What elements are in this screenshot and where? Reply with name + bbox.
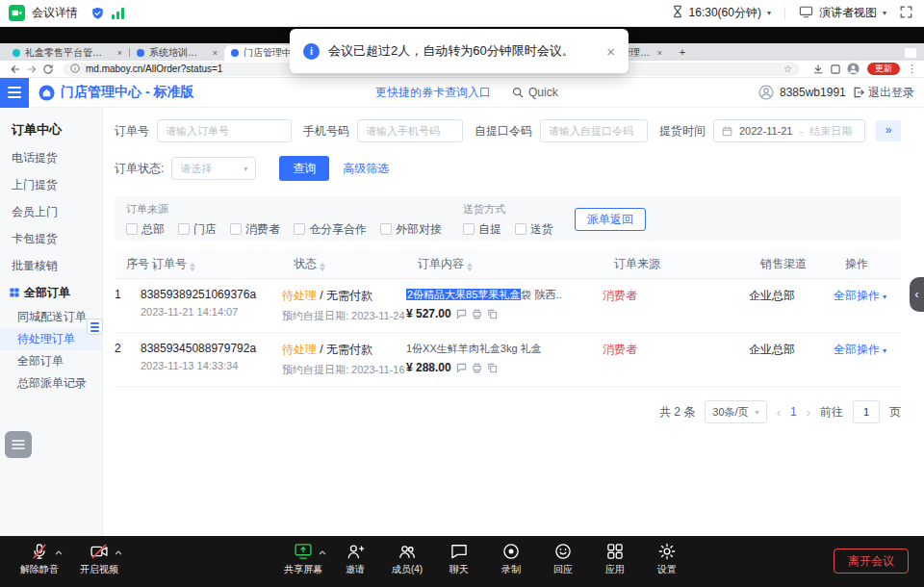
tab-close-icon[interactable]: × [657, 48, 662, 58]
video-options-caret[interactable] [115, 545, 122, 558]
row-actions-dropdown[interactable]: 全部操作▾ [834, 342, 901, 358]
goto-page-input[interactable]: 1 [853, 400, 880, 423]
browser-tab[interactable]: 礼盒零售平台管理中心 × [6, 45, 129, 61]
prev-page-button[interactable]: ‹ [777, 405, 781, 420]
browser-tab[interactable]: 系统培训学习 × [130, 45, 224, 61]
invite-button[interactable]: 邀请 [329, 542, 381, 576]
message-icon[interactable] [456, 363, 467, 373]
order-no-input[interactable] [157, 119, 292, 142]
settings-button[interactable]: 设置 [641, 542, 693, 576]
sidebar-section-all-orders[interactable]: 全部订单 [0, 279, 102, 306]
printer-icon[interactable] [472, 309, 482, 319]
date-start: 2022-11-21 [739, 125, 792, 137]
phone-input[interactable] [357, 119, 463, 142]
chrome-update-button[interactable]: 更新 [867, 63, 900, 75]
tab-strip-control[interactable] [905, 48, 916, 58]
coupon-query-link[interactable]: 更快捷的券卡查询入口 [375, 85, 491, 101]
sidebar-item-all-orders[interactable]: 全部订单 [0, 350, 102, 372]
sidebar-item-member-visit[interactable]: 会员上门 [0, 198, 102, 225]
th-order-no[interactable]: 订单号 [152, 256, 294, 272]
avatar [758, 85, 774, 100]
copy-icon[interactable] [487, 363, 498, 373]
collapse-search-button[interactable]: » [876, 120, 901, 141]
next-page-button[interactable]: › [807, 405, 810, 420]
share-screen-button[interactable]: 共享屏幕 [277, 542, 329, 576]
site-info-icon[interactable] [70, 64, 80, 75]
th-content[interactable]: 订单内容 [418, 256, 614, 272]
checkbox-source-store[interactable]: 门店 [178, 221, 217, 238]
download-icon[interactable] [812, 64, 824, 75]
forward-icon[interactable] [23, 64, 39, 75]
user-account[interactable]: 8385wb1991 [758, 85, 846, 100]
row-actions-dropdown[interactable]: 全部操作▾ [834, 288, 901, 304]
checkbox-source-hq[interactable]: 总部 [126, 221, 165, 238]
copy-icon[interactable] [487, 309, 498, 319]
timer-dropdown-caret[interactable]: ▾ [767, 9, 771, 17]
sidebar-item-phone-pickup[interactable]: 电话提货 [0, 144, 102, 171]
order-row-2[interactable]: 2 83859345088979792a 2023-11-13 14:33:34… [115, 333, 901, 387]
back-icon[interactable] [7, 64, 23, 75]
sidebar-item-batch-verify[interactable]: 批量核销 [0, 252, 102, 279]
meeting-detail-label[interactable]: 会议详情 [32, 5, 78, 21]
checkbox-source-external[interactable]: 外部对接 [380, 221, 442, 238]
sidebar-item-card-pickup[interactable]: 卡包提货 [0, 225, 102, 252]
unmute-button[interactable]: 解除静音 [13, 542, 65, 576]
printer-icon[interactable] [472, 363, 482, 373]
sort-icon [467, 263, 473, 271]
meeting-security-shield-icon[interactable] [91, 7, 104, 20]
sidebar-toggle-button[interactable] [0, 78, 29, 108]
start-video-button[interactable]: 开启视频 [73, 542, 125, 576]
checkbox-source-consumer[interactable]: 消费者 [230, 221, 280, 238]
side-panel-handle[interactable]: ‹ [910, 277, 924, 312]
checkbox-icon [126, 223, 138, 235]
view-mode-label[interactable]: 演讲者视图 [819, 5, 877, 21]
sort-icon [190, 263, 195, 271]
sidebar-item-hq-dispatch-records[interactable]: 总部派单记录 [0, 372, 102, 395]
order-row-1[interactable]: 1 83859389251069376a 2023-11-21 14:14:07… [115, 279, 901, 333]
sidebar-mini-menu-button[interactable] [87, 319, 103, 335]
checkbox-source-warehouse-coop[interactable]: 仓分享合作 [294, 221, 367, 238]
message-icon[interactable] [456, 309, 467, 319]
cell-order-no: 83859345088979792a 2023-11-13 14:33:34 [141, 342, 282, 371]
refresh-icon[interactable] [39, 64, 56, 75]
apps-button[interactable]: 应用 [589, 542, 641, 576]
advanced-filter-link[interactable]: 高级筛选 [343, 161, 389, 177]
extensions-icon[interactable] [830, 64, 841, 75]
order-status-select[interactable]: 请选择 ▾ [171, 157, 256, 180]
share-options-caret[interactable] [319, 545, 326, 558]
status-badge: 待处理 [282, 289, 317, 302]
sidebar-item-door-pickup[interactable]: 上门提货 [0, 171, 102, 198]
floating-menu-widget[interactable] [5, 431, 32, 458]
checkbox-delivery-deliver[interactable]: 送货 [515, 221, 553, 238]
logout-button[interactable]: 退出登录 [853, 85, 914, 101]
checkbox-delivery-selfpickup[interactable]: 自提 [463, 221, 501, 238]
brand: 门店管理中心 - 标准版 [38, 84, 193, 101]
th-status[interactable]: 状态 [294, 256, 418, 272]
toast-close-icon[interactable]: × [606, 43, 615, 60]
tab-close-icon[interactable]: × [117, 48, 122, 58]
chat-button[interactable]: 聊天 [433, 542, 485, 576]
record-button[interactable]: 录制 [485, 542, 537, 576]
pickup-code-input[interactable] [540, 119, 648, 142]
bookmark-star-icon[interactable]: ☆ [783, 64, 792, 74]
meeting-timer[interactable]: 16:30(60分钟) [689, 5, 761, 21]
fullscreen-icon[interactable] [900, 6, 912, 21]
unmute-options-caret[interactable] [55, 545, 63, 558]
leave-meeting-button[interactable]: 离开会议 [834, 549, 909, 574]
chat-icon [449, 542, 469, 561]
search-button[interactable]: 查询 [279, 156, 329, 181]
quick-search[interactable]: Quick [512, 86, 558, 99]
profile-avatar-icon[interactable] [847, 63, 860, 75]
cell-source: 消费者 [603, 342, 749, 358]
tab-close-icon[interactable]: × [213, 48, 218, 58]
th-index[interactable]: 序号 [126, 256, 152, 272]
view-mode-caret[interactable]: ▾ [883, 9, 886, 17]
new-tab-button[interactable]: + [676, 46, 689, 60]
react-button[interactable]: 回应 [537, 542, 589, 576]
pickup-date-range-picker[interactable]: 2022-11-21 - 结束日期 [713, 119, 865, 142]
page-size-select[interactable]: 30条/页 ▾ [705, 400, 766, 423]
browser-menu-icon[interactable]: ⋮ [907, 63, 917, 75]
dispatch-return-button[interactable]: 派单返回 [575, 208, 646, 231]
current-page[interactable]: 1 [790, 405, 797, 419]
members-button[interactable]: 成员(4) [381, 542, 433, 576]
